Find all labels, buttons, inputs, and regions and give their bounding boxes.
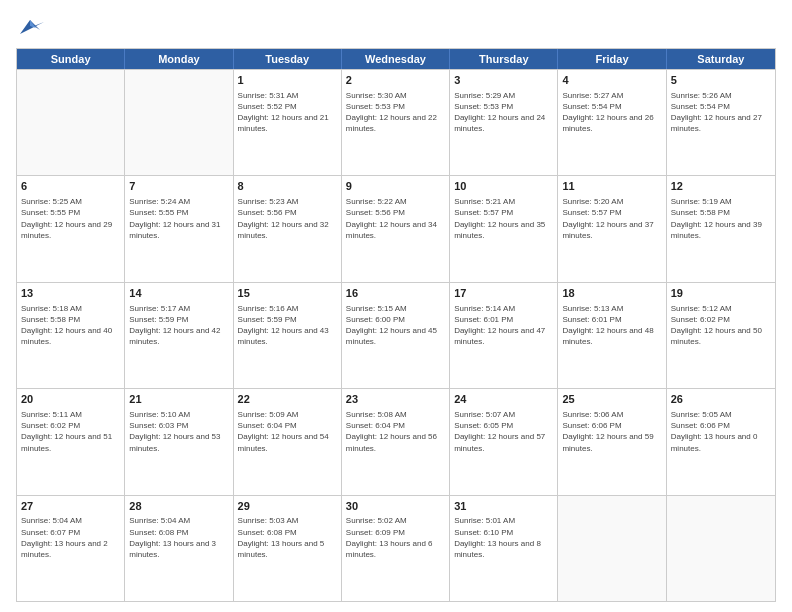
day-info: Sunrise: 5:29 AMSunset: 5:53 PMDaylight:…: [454, 90, 553, 135]
day-number: 27: [21, 499, 120, 514]
calendar-cell: 20Sunrise: 5:11 AMSunset: 6:02 PMDayligh…: [17, 389, 125, 494]
day-number: 14: [129, 286, 228, 301]
day-info: Sunrise: 5:08 AMSunset: 6:04 PMDaylight:…: [346, 409, 445, 454]
day-info: Sunrise: 5:04 AMSunset: 6:08 PMDaylight:…: [129, 515, 228, 560]
day-info: Sunrise: 5:25 AMSunset: 5:55 PMDaylight:…: [21, 196, 120, 241]
day-number: 7: [129, 179, 228, 194]
day-number: 30: [346, 499, 445, 514]
day-number: 26: [671, 392, 771, 407]
calendar-cell: 26Sunrise: 5:05 AMSunset: 6:06 PMDayligh…: [667, 389, 775, 494]
calendar-cell: 21Sunrise: 5:10 AMSunset: 6:03 PMDayligh…: [125, 389, 233, 494]
calendar-cell: 23Sunrise: 5:08 AMSunset: 6:04 PMDayligh…: [342, 389, 450, 494]
day-info: Sunrise: 5:22 AMSunset: 5:56 PMDaylight:…: [346, 196, 445, 241]
day-info: Sunrise: 5:12 AMSunset: 6:02 PMDaylight:…: [671, 303, 771, 348]
day-info: Sunrise: 5:19 AMSunset: 5:58 PMDaylight:…: [671, 196, 771, 241]
day-info: Sunrise: 5:30 AMSunset: 5:53 PMDaylight:…: [346, 90, 445, 135]
day-number: 9: [346, 179, 445, 194]
day-number: 21: [129, 392, 228, 407]
logo: [16, 16, 48, 38]
day-number: 11: [562, 179, 661, 194]
day-number: 12: [671, 179, 771, 194]
calendar-cell: 11Sunrise: 5:20 AMSunset: 5:57 PMDayligh…: [558, 176, 666, 281]
day-number: 31: [454, 499, 553, 514]
calendar-cell: 24Sunrise: 5:07 AMSunset: 6:05 PMDayligh…: [450, 389, 558, 494]
calendar-cell: 28Sunrise: 5:04 AMSunset: 6:08 PMDayligh…: [125, 496, 233, 601]
calendar-cell: [125, 70, 233, 175]
header-sunday: Sunday: [17, 49, 125, 69]
day-info: Sunrise: 5:02 AMSunset: 6:09 PMDaylight:…: [346, 515, 445, 560]
svg-marker-0: [20, 20, 44, 34]
calendar-cell: 29Sunrise: 5:03 AMSunset: 6:08 PMDayligh…: [234, 496, 342, 601]
day-number: 5: [671, 73, 771, 88]
day-number: 10: [454, 179, 553, 194]
calendar-cell: 16Sunrise: 5:15 AMSunset: 6:00 PMDayligh…: [342, 283, 450, 388]
calendar-cell: [558, 496, 666, 601]
calendar-body: 1Sunrise: 5:31 AMSunset: 5:52 PMDaylight…: [17, 69, 775, 601]
calendar-cell: 14Sunrise: 5:17 AMSunset: 5:59 PMDayligh…: [125, 283, 233, 388]
day-number: 1: [238, 73, 337, 88]
calendar-cell: [667, 496, 775, 601]
page: Sunday Monday Tuesday Wednesday Thursday…: [0, 0, 792, 612]
calendar-week-4: 20Sunrise: 5:11 AMSunset: 6:02 PMDayligh…: [17, 388, 775, 494]
calendar-cell: 17Sunrise: 5:14 AMSunset: 6:01 PMDayligh…: [450, 283, 558, 388]
day-info: Sunrise: 5:21 AMSunset: 5:57 PMDaylight:…: [454, 196, 553, 241]
day-info: Sunrise: 5:14 AMSunset: 6:01 PMDaylight:…: [454, 303, 553, 348]
day-number: 15: [238, 286, 337, 301]
day-info: Sunrise: 5:26 AMSunset: 5:54 PMDaylight:…: [671, 90, 771, 135]
day-number: 6: [21, 179, 120, 194]
day-info: Sunrise: 5:24 AMSunset: 5:55 PMDaylight:…: [129, 196, 228, 241]
calendar-cell: 7Sunrise: 5:24 AMSunset: 5:55 PMDaylight…: [125, 176, 233, 281]
day-number: 24: [454, 392, 553, 407]
day-info: Sunrise: 5:11 AMSunset: 6:02 PMDaylight:…: [21, 409, 120, 454]
calendar-cell: 25Sunrise: 5:06 AMSunset: 6:06 PMDayligh…: [558, 389, 666, 494]
day-number: 4: [562, 73, 661, 88]
day-number: 20: [21, 392, 120, 407]
calendar-cell: 19Sunrise: 5:12 AMSunset: 6:02 PMDayligh…: [667, 283, 775, 388]
calendar-cell: 12Sunrise: 5:19 AMSunset: 5:58 PMDayligh…: [667, 176, 775, 281]
day-info: Sunrise: 5:13 AMSunset: 6:01 PMDaylight:…: [562, 303, 661, 348]
day-info: Sunrise: 5:27 AMSunset: 5:54 PMDaylight:…: [562, 90, 661, 135]
calendar-cell: [17, 70, 125, 175]
calendar-header: Sunday Monday Tuesday Wednesday Thursday…: [17, 49, 775, 69]
day-number: 8: [238, 179, 337, 194]
calendar-week-3: 13Sunrise: 5:18 AMSunset: 5:58 PMDayligh…: [17, 282, 775, 388]
day-info: Sunrise: 5:09 AMSunset: 6:04 PMDaylight:…: [238, 409, 337, 454]
calendar-week-1: 1Sunrise: 5:31 AMSunset: 5:52 PMDaylight…: [17, 69, 775, 175]
day-number: 18: [562, 286, 661, 301]
day-number: 25: [562, 392, 661, 407]
day-info: Sunrise: 5:06 AMSunset: 6:06 PMDaylight:…: [562, 409, 661, 454]
day-info: Sunrise: 5:31 AMSunset: 5:52 PMDaylight:…: [238, 90, 337, 135]
logo-icon: [16, 16, 44, 38]
day-number: 17: [454, 286, 553, 301]
day-info: Sunrise: 5:23 AMSunset: 5:56 PMDaylight:…: [238, 196, 337, 241]
day-number: 29: [238, 499, 337, 514]
day-info: Sunrise: 5:05 AMSunset: 6:06 PMDaylight:…: [671, 409, 771, 454]
day-info: Sunrise: 5:15 AMSunset: 6:00 PMDaylight:…: [346, 303, 445, 348]
header: [16, 16, 776, 38]
day-number: 2: [346, 73, 445, 88]
calendar-cell: 2Sunrise: 5:30 AMSunset: 5:53 PMDaylight…: [342, 70, 450, 175]
day-info: Sunrise: 5:01 AMSunset: 6:10 PMDaylight:…: [454, 515, 553, 560]
calendar-week-2: 6Sunrise: 5:25 AMSunset: 5:55 PMDaylight…: [17, 175, 775, 281]
calendar-cell: 5Sunrise: 5:26 AMSunset: 5:54 PMDaylight…: [667, 70, 775, 175]
calendar-cell: 30Sunrise: 5:02 AMSunset: 6:09 PMDayligh…: [342, 496, 450, 601]
day-number: 23: [346, 392, 445, 407]
calendar-cell: 1Sunrise: 5:31 AMSunset: 5:52 PMDaylight…: [234, 70, 342, 175]
header-friday: Friday: [558, 49, 666, 69]
header-wednesday: Wednesday: [342, 49, 450, 69]
day-info: Sunrise: 5:10 AMSunset: 6:03 PMDaylight:…: [129, 409, 228, 454]
day-info: Sunrise: 5:18 AMSunset: 5:58 PMDaylight:…: [21, 303, 120, 348]
header-saturday: Saturday: [667, 49, 775, 69]
calendar-cell: 10Sunrise: 5:21 AMSunset: 5:57 PMDayligh…: [450, 176, 558, 281]
day-number: 16: [346, 286, 445, 301]
day-info: Sunrise: 5:03 AMSunset: 6:08 PMDaylight:…: [238, 515, 337, 560]
calendar-cell: 6Sunrise: 5:25 AMSunset: 5:55 PMDaylight…: [17, 176, 125, 281]
day-info: Sunrise: 5:17 AMSunset: 5:59 PMDaylight:…: [129, 303, 228, 348]
calendar-cell: 13Sunrise: 5:18 AMSunset: 5:58 PMDayligh…: [17, 283, 125, 388]
day-info: Sunrise: 5:07 AMSunset: 6:05 PMDaylight:…: [454, 409, 553, 454]
day-number: 3: [454, 73, 553, 88]
header-tuesday: Tuesday: [234, 49, 342, 69]
calendar-cell: 8Sunrise: 5:23 AMSunset: 5:56 PMDaylight…: [234, 176, 342, 281]
calendar: Sunday Monday Tuesday Wednesday Thursday…: [16, 48, 776, 602]
day-info: Sunrise: 5:04 AMSunset: 6:07 PMDaylight:…: [21, 515, 120, 560]
